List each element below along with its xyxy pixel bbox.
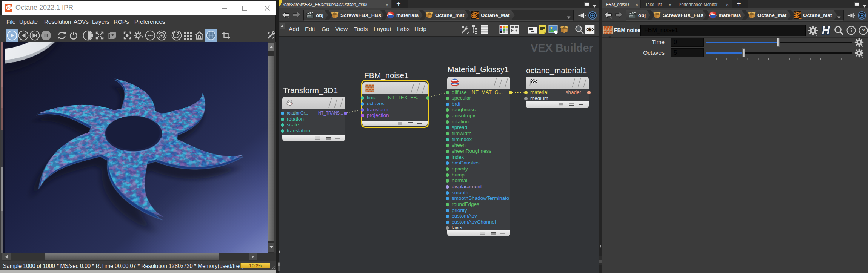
svg-text:?: ? xyxy=(862,28,865,34)
